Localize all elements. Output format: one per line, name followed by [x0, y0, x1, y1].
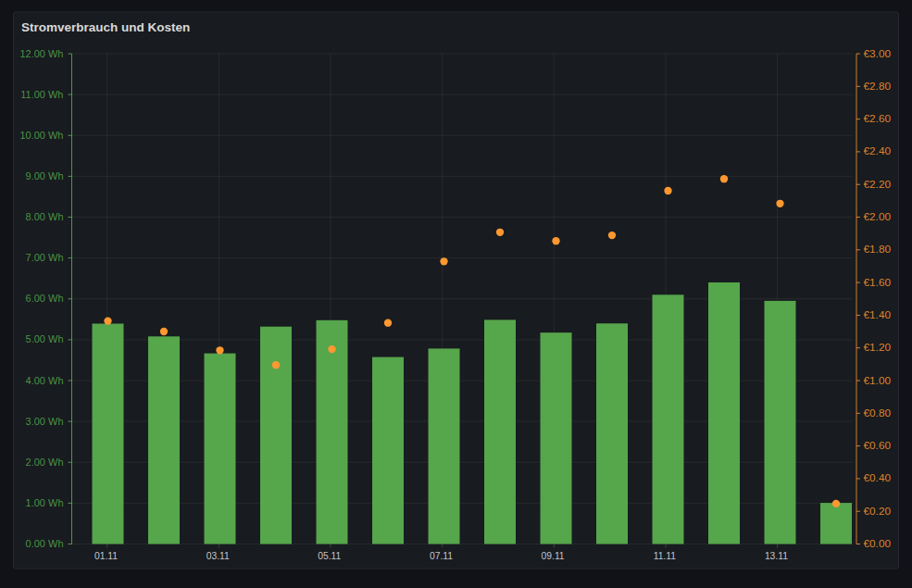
svg-text:13.11: 13.11 [765, 551, 788, 561]
svg-text:Stromverbrauch und Kosten: Stromverbrauch und Kosten [21, 20, 190, 34]
svg-text:€1.20: €1.20 [864, 341, 892, 354]
svg-text:10.00 Wh: 10.00 Wh [19, 130, 63, 141]
svg-text:4.00 Wh: 4.00 Wh [26, 375, 64, 386]
svg-text:€1.40: €1.40 [864, 308, 892, 321]
svg-text:05.11: 05.11 [318, 551, 341, 561]
svg-text:7.00 Wh: 7.00 Wh [26, 252, 64, 263]
svg-text:€1.80: €1.80 [864, 243, 892, 256]
svg-text:€0.60: €0.60 [864, 439, 892, 452]
svg-text:€0.80: €0.80 [864, 407, 892, 419]
svg-text:0.00 Wh: 0.00 Wh [26, 538, 64, 549]
svg-text:8.00 Wh: 8.00 Wh [26, 211, 64, 222]
svg-text:€2.40: €2.40 [864, 144, 892, 157]
svg-text:3.00 Wh: 3.00 Wh [26, 416, 64, 427]
svg-text:€0.20: €0.20 [864, 505, 892, 518]
svg-text:€2.20: €2.20 [864, 178, 892, 191]
svg-text:07.11: 07.11 [430, 551, 453, 561]
svg-text:03.11: 03.11 [206, 551, 230, 561]
svg-text:€3.00: €3.00 [864, 47, 892, 60]
svg-text:9.00 Wh: 9.00 Wh [26, 170, 64, 181]
svg-text:1.00 Wh: 1.00 Wh [26, 497, 64, 508]
svg-text:11.11: 11.11 [654, 551, 677, 561]
svg-text:2.00 Wh: 2.00 Wh [26, 457, 64, 468]
svg-text:5.00 Wh: 5.00 Wh [26, 333, 64, 344]
svg-text:11.00 Wh: 11.00 Wh [20, 89, 63, 100]
svg-text:€0.40: €0.40 [864, 471, 892, 484]
svg-text:€1.00: €1.00 [864, 374, 892, 387]
svg-text:12.00 Wh: 12.00 Wh [19, 48, 63, 59]
svg-text:01.11: 01.11 [94, 551, 118, 561]
svg-text:€2.80: €2.80 [864, 80, 892, 93]
svg-text:€0.00: €0.00 [864, 537, 892, 550]
svg-text:6.00 Wh: 6.00 Wh [26, 293, 64, 304]
svg-text:€2.60: €2.60 [864, 112, 892, 125]
svg-text:09.11: 09.11 [542, 551, 565, 561]
svg-text:€2.00: €2.00 [864, 210, 892, 223]
svg-text:€1.60: €1.60 [864, 276, 892, 289]
